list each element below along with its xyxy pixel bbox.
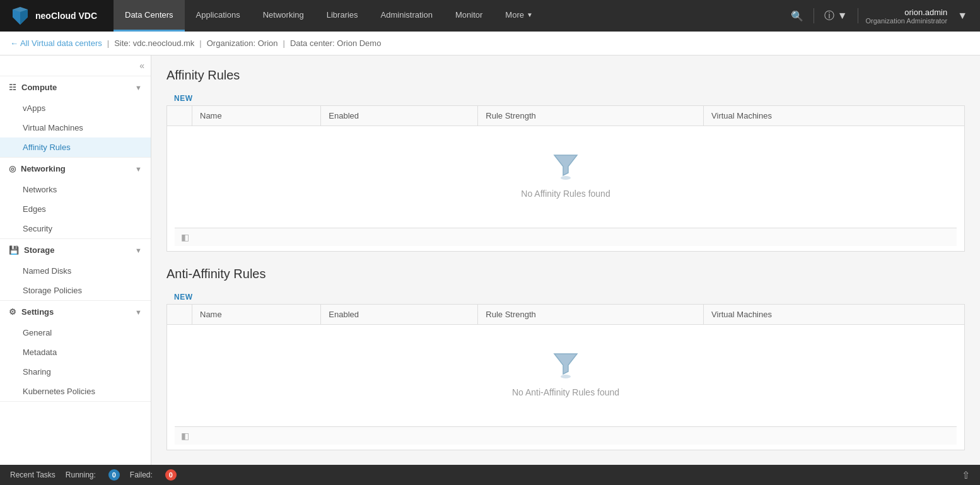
- back-link[interactable]: ← All Virtual data centers: [10, 38, 102, 48]
- sidebar-section-storage: 💾 Storage ▼ Named Disks Storage Policies: [0, 239, 151, 301]
- sidebar-item-general[interactable]: General: [0, 323, 151, 342]
- sidebar-section-storage-header[interactable]: 💾 Storage ▼: [0, 239, 151, 261]
- affinity-empty-funnel-icon: [187, 150, 944, 182]
- affinity-rules-table: Name Enabled Rule Strength Virtual Machi…: [166, 105, 965, 252]
- nav-separator-2: [858, 8, 858, 23]
- sidebar-section-compute: ☷ Compute ▼ vApps Virtual Machines Affin…: [0, 76, 151, 158]
- bottom-bar: Recent Tasks Running: 0 Failed: 0 ⇧: [0, 465, 980, 485]
- breadcrumb-separator-2: |: [199, 38, 201, 48]
- sidebar-item-affinity-rules[interactable]: Affinity Rules: [0, 137, 151, 157]
- affinity-empty-text: No Affinity Rules found: [187, 189, 944, 199]
- settings-caret-icon: ▼: [135, 308, 142, 316]
- scroll-up-icon[interactable]: ⇧: [962, 469, 970, 481]
- sidebar-item-security[interactable]: Security: [0, 219, 151, 238]
- anti-affinity-rules-title: Anti-Affinity Rules: [166, 267, 965, 281]
- affinity-col-enabled: Enabled: [321, 106, 478, 126]
- anti-affinity-col-strength: Rule Strength: [478, 305, 704, 325]
- nav-networking[interactable]: Networking: [252, 0, 315, 32]
- nav-libraries[interactable]: Libraries: [315, 0, 370, 32]
- breadcrumb-dc: Data center: Orion Demo: [290, 38, 382, 48]
- breadcrumb-separator-1: |: [107, 38, 109, 48]
- nav-monitor[interactable]: Monitor: [444, 0, 494, 32]
- affinity-pagination-icon: ◧: [181, 232, 189, 242]
- brand-logo[interactable]: neoCloud VDC: [0, 0, 114, 32]
- user-info[interactable]: orion.admin Organization Administrator: [866, 8, 948, 25]
- recent-tasks-label[interactable]: Recent Tasks: [10, 470, 55, 479]
- compute-caret-icon: ▼: [135, 84, 142, 91]
- anti-affinity-col-enabled: Enabled: [321, 305, 478, 325]
- sidebar-item-metadata[interactable]: Metadata: [0, 342, 151, 362]
- anti-affinity-rules-table: Name Enabled Rule Strength Virtual Machi…: [166, 304, 965, 450]
- sidebar-item-sharing[interactable]: Sharing: [0, 362, 151, 382]
- affinity-rules-table-header: Name Enabled Rule Strength Virtual Machi…: [167, 106, 965, 126]
- search-icon[interactable]: 🔍: [788, 8, 806, 25]
- top-navigation: neoCloud VDC Data Centers Applications N…: [0, 0, 980, 32]
- sidebar-section-networking: ◎ Networking ▼ Networks Edges Security: [0, 158, 151, 239]
- svg-point-4: [561, 375, 571, 378]
- sidebar-item-networks[interactable]: Networks: [0, 180, 151, 199]
- nav-applications[interactable]: Applications: [185, 0, 252, 32]
- svg-marker-2: [20, 9, 28, 25]
- main-layout: « ☷ Compute ▼ vApps Virtual Machines Aff…: [0, 56, 980, 465]
- breadcrumb-separator-3: |: [283, 38, 284, 48]
- logo-icon: [10, 6, 30, 26]
- sidebar-item-kubernetes-policies[interactable]: Kubernetes Policies: [0, 382, 151, 401]
- sidebar-item-edges[interactable]: Edges: [0, 199, 151, 219]
- sidebar-item-storage-policies[interactable]: Storage Policies: [0, 281, 151, 300]
- sidebar-section-settings: ⚙ Settings ▼ General Metadata Sharing Ku…: [0, 301, 151, 402]
- failed-label: Failed:: [130, 470, 153, 479]
- affinity-col-vms: Virtual Machines: [704, 106, 965, 126]
- affinity-col-strength: Rule Strength: [478, 106, 704, 126]
- user-role: Organization Administrator: [866, 17, 948, 25]
- sidebar-section-settings-header[interactable]: ⚙ Settings ▼: [0, 301, 151, 323]
- anti-affinity-rules-new-button[interactable]: NEW: [166, 290, 201, 304]
- sidebar-collapse-button[interactable]: «: [139, 61, 144, 71]
- anti-affinity-rules-table-header: Name Enabled Rule Strength Virtual Machi…: [167, 305, 965, 325]
- sidebar: « ☷ Compute ▼ vApps Virtual Machines Aff…: [0, 56, 151, 465]
- nav-separator: [814, 8, 814, 23]
- sidebar-item-vapps[interactable]: vApps: [0, 98, 151, 118]
- breadcrumb-site: Site: vdc.neocloud.mk: [114, 38, 194, 48]
- storage-icon: 💾: [9, 245, 19, 255]
- anti-affinity-empty-funnel-icon: [187, 349, 944, 381]
- affinity-col-name: Name: [192, 106, 321, 126]
- networking-caret-icon: ▼: [135, 165, 142, 173]
- help-icon[interactable]: ⓘ ▼: [822, 7, 849, 25]
- anti-affinity-empty-state: No Anti-Affinity Rules found: [175, 330, 957, 416]
- nav-more[interactable]: More ▼: [494, 0, 544, 32]
- affinity-empty-state: No Affinity Rules found: [175, 131, 957, 218]
- user-dropdown-icon[interactable]: ▼: [955, 8, 970, 24]
- affinity-table-footer-bar: ◧: [175, 228, 957, 246]
- anti-affinity-table-footer: ◧: [167, 421, 965, 450]
- anti-affinity-col-vms: Virtual Machines: [704, 305, 965, 325]
- affinity-rules-new-button[interactable]: NEW: [166, 91, 201, 105]
- sidebar-item-named-disks[interactable]: Named Disks: [0, 261, 151, 281]
- nav-data-centers[interactable]: Data Centers: [114, 0, 185, 32]
- back-arrow-icon: ←: [10, 38, 18, 48]
- sidebar-section-networking-header[interactable]: ◎ Networking ▼: [0, 158, 151, 180]
- nav-administration[interactable]: Administration: [370, 0, 444, 32]
- svg-marker-1: [13, 9, 20, 25]
- main-content: Affinity Rules NEW Name Enabled Rule Str…: [151, 56, 980, 465]
- affinity-col-checkbox: [167, 106, 192, 126]
- running-count-badge: 0: [108, 469, 120, 481]
- anti-affinity-empty-row: No Anti-Affinity Rules found: [167, 325, 965, 422]
- anti-affinity-col-name: Name: [192, 305, 321, 325]
- sidebar-item-virtual-machines[interactable]: Virtual Machines: [0, 118, 151, 137]
- brand-name: neoCloud VDC: [35, 11, 97, 21]
- affinity-rules-title: Affinity Rules: [166, 68, 965, 83]
- svg-point-3: [561, 176, 571, 180]
- anti-affinity-pagination-icon: ◧: [181, 431, 189, 441]
- storage-caret-icon: ▼: [135, 247, 142, 254]
- failed-count-badge: 0: [165, 469, 177, 481]
- sidebar-section-compute-header[interactable]: ☷ Compute ▼: [0, 76, 151, 98]
- nav-right-actions: 🔍 ⓘ ▼ orion.admin Organization Administr…: [788, 0, 980, 32]
- settings-gear-icon: ⚙: [9, 307, 16, 317]
- compute-grid-icon: ☷: [9, 83, 16, 92]
- breadcrumb: ← All Virtual data centers | Site: vdc.n…: [0, 32, 980, 56]
- nav-items: Data Centers Applications Networking Lib…: [114, 0, 544, 32]
- affinity-empty-row: No Affinity Rules found: [167, 126, 965, 223]
- sidebar-collapse-bar: «: [0, 56, 151, 76]
- networking-icon: ◎: [9, 164, 16, 173]
- running-label: Running:: [66, 470, 96, 479]
